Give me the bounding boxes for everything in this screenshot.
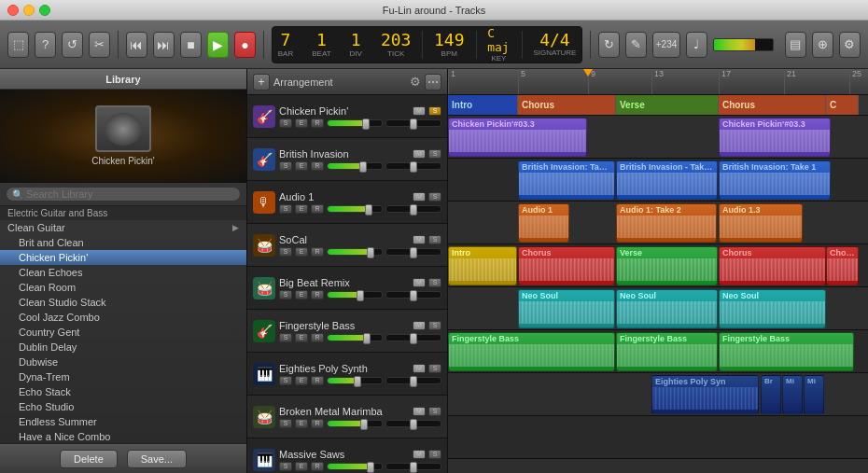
stop-button[interactable]: ■: [180, 32, 202, 58]
clip-british-3[interactable]: British Invasion: Take 1: [719, 160, 831, 200]
pitch-button[interactable]: +234: [652, 32, 679, 58]
clip-socal-intro[interactable]: Intro: [448, 246, 517, 285]
pen-button[interactable]: ✎: [625, 32, 647, 58]
record-button[interactable]: ●: [234, 32, 256, 58]
volume-slider[interactable]: [327, 377, 383, 384]
solo-button[interactable]: S: [428, 192, 441, 202]
pan-thumb[interactable]: [410, 462, 417, 473]
pan-slider[interactable]: [385, 377, 441, 384]
pan-thumb[interactable]: [410, 118, 417, 130]
clip-british-2[interactable]: British Invasion - Take 5: [616, 160, 718, 200]
sync-button[interactable]: ↻: [598, 32, 620, 58]
read-button[interactable]: R: [311, 247, 324, 257]
fx-button[interactable]: E: [295, 204, 308, 214]
library-sub-echo-studio[interactable]: Echo Studio: [0, 399, 246, 414]
pan-thumb[interactable]: [410, 161, 417, 173]
library-item-clean-guitar[interactable]: Clean Guitar ▶: [0, 220, 246, 235]
pan-thumb[interactable]: [410, 376, 417, 387]
pan-slider[interactable]: [385, 291, 441, 299]
add-track-button[interactable]: +: [253, 74, 270, 90]
pan-thumb[interactable]: [410, 419, 417, 430]
fx-button[interactable]: E: [295, 118, 308, 128]
minimize-button[interactable]: [23, 5, 35, 16]
library-sub-chicken-pickin[interactable]: Chicken Pickin': [0, 250, 246, 265]
mute-button[interactable]: M: [413, 364, 426, 373]
mute-button[interactable]: M: [413, 278, 426, 287]
volume-thumb[interactable]: [357, 290, 364, 301]
library-sub-have-nice-combo[interactable]: Have a Nice Combo: [0, 429, 246, 443]
library-sub-clean-room[interactable]: Clean Room: [0, 280, 246, 295]
library-sub-cool-jazz[interactable]: Cool Jazz Combo: [0, 310, 246, 325]
send-button[interactable]: S: [279, 376, 292, 385]
library-sub-clean-echoes[interactable]: Clean Echoes: [0, 265, 246, 280]
print-button[interactable]: ⬚: [7, 32, 29, 58]
tuner-button[interactable]: ♩: [686, 32, 707, 58]
send-button[interactable]: S: [279, 118, 292, 128]
rewind-button[interactable]: ⏮: [126, 32, 147, 58]
volume-slider[interactable]: [327, 291, 383, 299]
loop-button[interactable]: ↺: [62, 32, 83, 58]
delete-button[interactable]: Delete: [60, 450, 118, 468]
mute-button[interactable]: M: [413, 407, 426, 416]
send-button[interactable]: S: [279, 419, 292, 428]
fx-button[interactable]: E: [295, 333, 308, 342]
mute-button[interactable]: M: [413, 321, 426, 330]
pan-slider[interactable]: [385, 248, 441, 256]
play-button[interactable]: ▶: [207, 32, 229, 58]
clip-british-1[interactable]: British Invasion: Take 1: [518, 160, 615, 200]
mute-button[interactable]: M: [413, 450, 426, 459]
library-sub-echo-stack[interactable]: Echo Stack: [0, 384, 246, 399]
pan-slider[interactable]: [385, 420, 441, 427]
solo-button[interactable]: S: [428, 278, 441, 287]
clip-audio1-3[interactable]: Audio 1.3: [719, 203, 803, 243]
volume-slider[interactable]: [327, 248, 383, 256]
view-button[interactable]: ▤: [785, 32, 806, 58]
volume-thumb[interactable]: [359, 161, 367, 173]
mute-button[interactable]: M: [413, 149, 426, 159]
clip-eighties-4[interactable]: Mi: [804, 375, 824, 414]
volume-slider[interactable]: [327, 334, 383, 341]
send-button[interactable]: S: [279, 290, 292, 299]
close-button[interactable]: [7, 5, 19, 16]
pan-slider[interactable]: [385, 334, 441, 341]
fx-button[interactable]: E: [295, 247, 308, 257]
volume-slider[interactable]: [327, 162, 383, 170]
volume-thumb[interactable]: [363, 333, 371, 344]
mute-button[interactable]: M: [413, 235, 426, 244]
fast-forward-button[interactable]: ⏭: [153, 32, 175, 58]
volume-thumb[interactable]: [354, 376, 361, 387]
library-sub-endless-summer[interactable]: Endless Summer: [0, 414, 246, 429]
clip-fingerstyle-3[interactable]: Fingerstyle Bass: [719, 332, 854, 371]
mute-button[interactable]: M: [413, 192, 426, 202]
clip-eighties-1[interactable]: Eighties Poly Syn: [651, 375, 759, 414]
clip-audio1-2[interactable]: Audio 1: Take 2: [616, 203, 717, 243]
pan-thumb[interactable]: [410, 204, 417, 216]
pan-slider[interactable]: [385, 205, 441, 213]
read-button[interactable]: R: [311, 161, 324, 171]
send-button[interactable]: S: [279, 333, 292, 342]
send-button[interactable]: S: [279, 462, 292, 471]
fx-button[interactable]: E: [295, 419, 308, 428]
pan-slider[interactable]: [385, 119, 441, 127]
volume-slider[interactable]: [327, 420, 383, 427]
clip-socal-chorus2[interactable]: Chorus: [719, 246, 826, 285]
pan-slider[interactable]: [385, 162, 441, 170]
solo-button[interactable]: S: [428, 235, 441, 244]
pan-thumb[interactable]: [410, 333, 417, 344]
solo-button[interactable]: S: [428, 407, 441, 416]
read-button[interactable]: R: [311, 333, 324, 342]
clip-eighties-3[interactable]: Mi: [782, 375, 803, 414]
library-sub-dubwise[interactable]: Dubwise: [0, 355, 246, 369]
read-button[interactable]: R: [311, 419, 324, 428]
volume-slider[interactable]: [327, 119, 383, 127]
send-button[interactable]: S: [279, 161, 292, 171]
volume-slider[interactable]: [327, 463, 383, 470]
save-button[interactable]: Save...: [127, 450, 187, 468]
volume-thumb[interactable]: [367, 462, 374, 473]
library-sub-brit-and-clean[interactable]: Brit and Clean: [0, 235, 246, 250]
read-button[interactable]: R: [311, 462, 324, 471]
read-button[interactable]: R: [311, 290, 324, 299]
scissors-button[interactable]: ✂: [89, 32, 110, 58]
fx-button[interactable]: E: [295, 376, 308, 385]
track-options-button[interactable]: ⋯: [425, 74, 441, 90]
